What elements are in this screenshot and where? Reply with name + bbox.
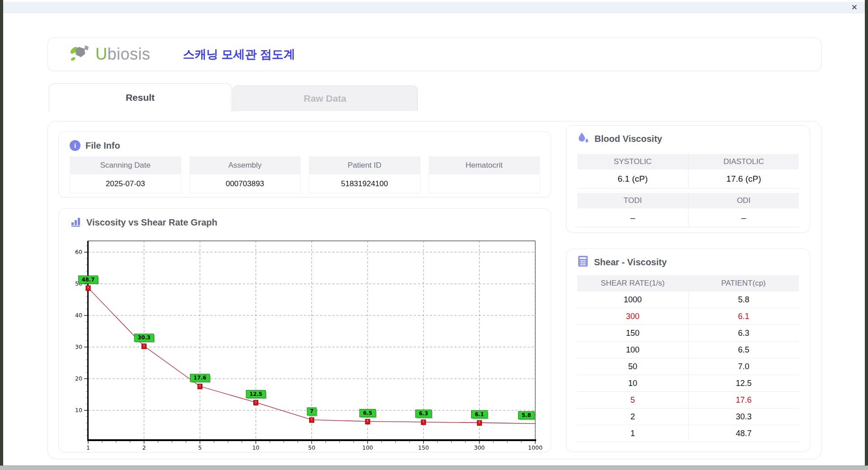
field-value: 2025-07-03 [70, 174, 181, 193]
field-value: 000703893 [189, 174, 301, 193]
shear-rate-column-header: SHEAR RATE(1/s) [577, 275, 688, 291]
svg-text:60: 60 [75, 249, 82, 255]
todi-header: TODI [577, 193, 688, 208]
patient-column-header: PATIENT(cp) [688, 275, 799, 291]
svg-text:5.8: 5.8 [522, 412, 531, 418]
droplet-icon [577, 132, 590, 146]
table-row: 300 6.1 [577, 308, 799, 325]
svg-text:50: 50 [308, 444, 316, 451]
field-scanning-date: Scanning Date 2025-07-03 [70, 156, 181, 193]
svg-text:17.6: 17.6 [193, 375, 206, 381]
svg-text:20: 20 [75, 375, 82, 382]
table-row: 1 48.7 [577, 425, 799, 442]
result-panel: i File Info Scanning Date 2025-07-03 Ass… [47, 121, 821, 459]
table-row: 100 6.5 [577, 342, 799, 358]
svg-text:10: 10 [252, 444, 259, 451]
shear-rate-cell: 50 [577, 358, 688, 375]
svg-text:7: 7 [310, 408, 313, 414]
field-label: Scanning Date [70, 156, 181, 174]
svg-text:1000: 1000 [528, 444, 542, 451]
shear-rate-cell: 1000 [577, 291, 688, 308]
brand-name: Ubiosis [95, 45, 151, 64]
shear-rate-cell: 300 [577, 308, 688, 325]
patient-cell: 30.3 [688, 409, 799, 425]
table-row: 2 30.3 [577, 409, 799, 425]
svg-text:6.3: 6.3 [419, 410, 428, 417]
patient-cell: 12.5 [688, 375, 799, 392]
svg-text:100: 100 [362, 444, 373, 451]
ubiosis-logo-icon [69, 44, 91, 65]
patient-cell: 5.8 [688, 291, 799, 308]
svg-text:30: 30 [75, 343, 82, 350]
systolic-value: 6.1 (cP) [577, 169, 688, 188]
tab-result[interactable]: Result [49, 83, 231, 111]
diastolic-value: 17.6 (cP) [688, 169, 799, 188]
blood-viscosity-section: Blood Viscosity SYSTOLIC DIASTOLIC 6.1 (… [566, 125, 810, 233]
svg-text:150: 150 [418, 444, 429, 451]
shear-viscosity-title: Shear - Viscosity [594, 257, 667, 268]
shear-rate-cell: 2 [577, 409, 688, 425]
graph-title: Viscosity vs Shear Rate Graph [86, 217, 217, 228]
shear-table-body: 1000 5.8 300 6.1 150 6.3 100 6.5 50 7.0 … [577, 291, 799, 442]
taskbar-strip [0, 465, 868, 470]
svg-text:2: 2 [142, 444, 146, 451]
shear-rate-cell: 10 [577, 375, 688, 392]
svg-text:6.1: 6.1 [475, 411, 484, 418]
table-row: 50 7.0 [577, 358, 799, 375]
svg-text:40: 40 [75, 312, 82, 319]
field-label: Hematocrit [429, 156, 540, 174]
viscosity-chart: 1020304050601251050100150300100048.730.3… [59, 233, 552, 453]
viscosity-graph-section: Viscosity vs Shear Rate Graph 1020304050… [58, 208, 551, 452]
svg-text:5: 5 [198, 444, 202, 451]
odi-header: ODI [688, 193, 799, 208]
close-icon[interactable]: ✕ [851, 3, 858, 12]
svg-text:1: 1 [86, 444, 90, 451]
table-row: 1000 5.8 [577, 291, 799, 308]
patient-cell: 6.1 [688, 308, 799, 325]
shear-rate-cell: 100 [577, 342, 688, 358]
svg-text:10: 10 [75, 407, 82, 414]
patient-cell: 7.0 [688, 358, 799, 375]
field-label: Patient ID [309, 156, 420, 174]
systolic-header: SYSTOLIC [577, 154, 688, 169]
app-header: Ubiosis 스캐닝 모세관 점도계 [47, 38, 821, 71]
shear-rate-cell: 150 [577, 325, 688, 342]
bar-chart-icon [71, 216, 81, 229]
shear-rate-cell: 1 [577, 425, 688, 442]
tab-raw-data[interactable]: Raw Data [232, 85, 418, 111]
field-label: Assembly [189, 156, 301, 174]
shear-viscosity-section: Shear - Viscosity SHEAR RATE(1/s) PATIEN… [566, 249, 810, 452]
todi-value: – [577, 208, 688, 227]
field-assembly: Assembly 000703893 [189, 156, 301, 193]
field-hematocrit: Hematocrit [429, 156, 540, 193]
svg-text:300: 300 [474, 444, 485, 451]
window-titlebar: ✕ [3, 2, 865, 13]
patient-cell: 6.5 [688, 342, 799, 358]
file-info-section: i File Info Scanning Date 2025-07-03 Ass… [58, 132, 551, 197]
svg-text:48.7: 48.7 [82, 277, 94, 283]
shear-rate-cell: 5 [577, 392, 688, 409]
field-value: 51831924100 [309, 174, 420, 193]
field-value [429, 174, 540, 193]
svg-text:12.5: 12.5 [250, 391, 262, 397]
desktop-background: ✕ Ubiosis 스캐닝 모세관 점도계 Result Raw Data [0, 0, 868, 470]
app-title: 스캐닝 모세관 점도계 [183, 47, 295, 62]
info-icon: i [70, 140, 80, 151]
table-row: 5 17.6 [577, 392, 799, 409]
svg-text:30.3: 30.3 [137, 334, 150, 341]
patient-cell: 6.3 [688, 325, 799, 342]
patient-cell: 48.7 [688, 425, 799, 442]
file-info-grid: Scanning Date 2025-07-03 Assembly 000703… [70, 156, 540, 193]
table-icon [577, 255, 589, 269]
file-info-title: File Info [85, 141, 120, 151]
blood-viscosity-table: SYSTOLIC DIASTOLIC 6.1 (cP) 17.6 (cP) TO… [577, 154, 799, 227]
blood-viscosity-title: Blood Viscosity [594, 134, 662, 144]
patient-cell: 17.6 [688, 392, 799, 409]
diastolic-header: DIASTOLIC [688, 154, 799, 169]
table-row: 10 12.5 [577, 375, 799, 392]
svg-text:6.5: 6.5 [363, 410, 372, 416]
field-patient-id: Patient ID 51831924100 [309, 156, 420, 193]
odi-value: – [688, 208, 799, 227]
table-row: 150 6.3 [577, 325, 799, 342]
shear-viscosity-table: SHEAR RATE(1/s) PATIENT(cp) 1000 5.8 300… [577, 275, 799, 442]
